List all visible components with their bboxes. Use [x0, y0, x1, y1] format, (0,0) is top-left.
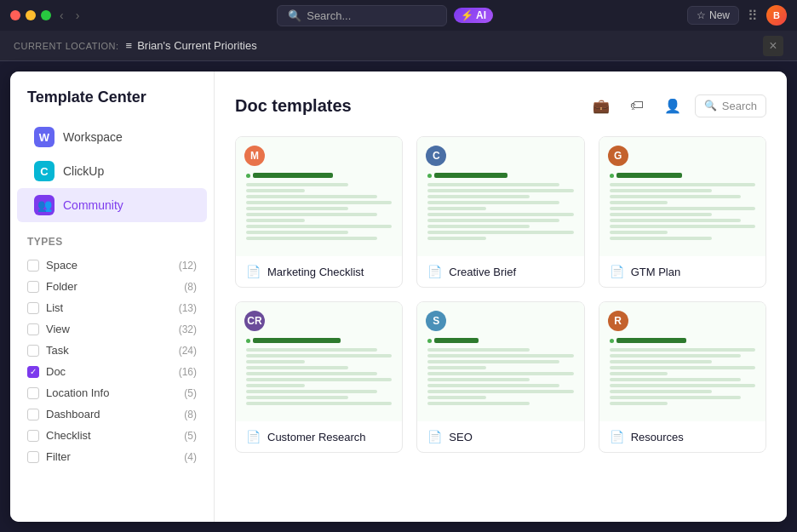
- tag-icon[interactable]: 🏷: [623, 92, 651, 119]
- minimize-window-button[interactable]: [26, 10, 36, 20]
- global-search-bar[interactable]: 🔍 Search...: [277, 5, 447, 26]
- clickup-icon: C: [34, 161, 54, 181]
- type-doc-checkbox[interactable]: ✓: [27, 366, 39, 378]
- top-bar-right: ☆ New ⠿ B: [687, 5, 787, 26]
- top-bar-center: 🔍 Search... ⚡ AI: [277, 5, 493, 26]
- type-checklist[interactable]: Checklist (5): [10, 425, 214, 446]
- workspace-icon: W: [34, 127, 54, 147]
- type-view-count: (32): [179, 323, 197, 335]
- type-task-checkbox[interactable]: [27, 345, 39, 357]
- search-icon: 🔍: [288, 9, 301, 22]
- sidebar-item-label-workspace: Workspace: [63, 130, 123, 144]
- type-dashboard-label: Dashboard: [46, 408, 100, 420]
- template-preview-resources: R: [599, 302, 765, 421]
- header-actions: 💼 🏷 👤 🔍 Search: [588, 92, 766, 119]
- doc-icon: 📄: [610, 430, 624, 443]
- template-card-gtm-plan[interactable]: G: [599, 136, 766, 288]
- template-info: 📄 Creative Brief: [417, 256, 583, 287]
- type-folder[interactable]: Folder (8): [10, 276, 214, 297]
- type-view-label: View: [46, 323, 70, 335]
- type-dashboard-count: (8): [184, 409, 197, 420]
- search-placeholder-text: Search...: [307, 9, 351, 22]
- template-avatar: G: [608, 146, 628, 166]
- type-doc-label: Doc: [46, 365, 66, 378]
- template-card-resources[interactable]: R: [599, 301, 766, 453]
- sidebar-item-workspace[interactable]: W Workspace: [17, 120, 207, 154]
- type-checklist-label: Checklist: [46, 429, 91, 442]
- type-task-count: (24): [179, 345, 197, 357]
- template-preview-customer-research: CR: [236, 302, 402, 421]
- apps-grid-icon[interactable]: ⠿: [748, 8, 758, 24]
- template-search-box[interactable]: 🔍 Search: [695, 94, 766, 117]
- main-content: Doc templates 💼 🏷 👤 🔍 Search M: [215, 72, 787, 522]
- template-name: SEO: [449, 431, 472, 443]
- search-icon-small: 🔍: [704, 100, 717, 112]
- user-avatar[interactable]: B: [766, 5, 787, 26]
- type-folder-checkbox[interactable]: [27, 281, 39, 293]
- template-card-seo[interactable]: S: [416, 301, 584, 453]
- type-view[interactable]: View (32): [10, 318, 214, 340]
- location-bar: CURRENT LOCATION: ≡ Brian's Current Prio…: [0, 31, 797, 61]
- template-info: 📄 Marketing Checklist: [236, 256, 402, 287]
- type-checklist-checkbox[interactable]: [27, 430, 39, 442]
- template-info: 📄 Customer Research: [236, 421, 402, 452]
- template-preview-marketing-checklist: M: [236, 137, 402, 256]
- checkmark-icon: ✓: [30, 367, 37, 376]
- new-button[interactable]: ☆ New: [687, 6, 739, 25]
- template-avatar: C: [426, 146, 446, 166]
- doc-icon: 📄: [246, 430, 261, 443]
- ai-badge[interactable]: ⚡ AI: [454, 8, 493, 23]
- type-list-checkbox[interactable]: [27, 302, 39, 314]
- template-card-creative-brief[interactable]: C: [416, 136, 584, 288]
- maximize-window-button[interactable]: [41, 10, 51, 20]
- sidebar-item-community[interactable]: 👥 Community: [17, 188, 207, 222]
- location-bar-close-button[interactable]: ×: [763, 36, 783, 56]
- sidebar-item-label-clickup: ClickUp: [63, 164, 104, 178]
- back-arrow-icon[interactable]: ‹: [56, 7, 67, 24]
- type-list[interactable]: List (13): [10, 297, 214, 318]
- type-filter[interactable]: Filter (4): [10, 446, 214, 467]
- type-list-label: List: [46, 301, 63, 314]
- preview-content: [246, 338, 392, 405]
- type-space[interactable]: Space (12): [10, 255, 214, 276]
- template-name: GTM Plan: [631, 266, 681, 278]
- template-name: Marketing Checklist: [267, 266, 364, 278]
- type-space-count: (12): [179, 260, 197, 272]
- type-task[interactable]: Task (24): [10, 340, 214, 361]
- person-icon[interactable]: 👤: [659, 92, 686, 119]
- type-view-checkbox[interactable]: [27, 323, 39, 335]
- type-dashboard[interactable]: Dashboard (8): [10, 403, 214, 425]
- template-card-marketing-checklist[interactable]: M: [235, 136, 403, 288]
- template-card-customer-research[interactable]: CR: [235, 301, 403, 453]
- preview-content: [246, 173, 392, 240]
- type-filter-count: (4): [184, 451, 197, 463]
- type-space-checkbox[interactable]: [27, 260, 39, 272]
- preview-content: [427, 173, 573, 240]
- type-task-label: Task: [46, 344, 69, 357]
- star-icon: ☆: [697, 9, 706, 21]
- type-filter-checkbox[interactable]: [27, 451, 39, 463]
- close-window-button[interactable]: [10, 10, 20, 20]
- doc-icon: 📄: [427, 430, 442, 443]
- sidebar-item-clickup[interactable]: C ClickUp: [17, 154, 207, 188]
- location-name: ≡ Brian's Current Priorities: [126, 39, 257, 52]
- type-location-info-label: Location Info: [46, 386, 109, 399]
- type-space-label: Space: [46, 259, 77, 272]
- doc-icon: 📄: [610, 265, 624, 278]
- doc-icon: 📄: [427, 265, 442, 278]
- sidebar-title: Template Center: [10, 89, 214, 120]
- type-folder-count: (8): [184, 281, 197, 293]
- top-bar: ‹ › 🔍 Search... ⚡ AI ☆ New ⠿ B: [0, 0, 797, 31]
- type-dashboard-checkbox[interactable]: [27, 409, 39, 420]
- forward-arrow-icon[interactable]: ›: [72, 7, 83, 24]
- template-grid: M: [235, 136, 766, 453]
- type-location-info-count: (5): [184, 387, 197, 399]
- type-location-info-checkbox[interactable]: [27, 387, 39, 399]
- sidebar-item-label-community: Community: [63, 198, 123, 212]
- type-location-info[interactable]: Location Info (5): [10, 382, 214, 403]
- content-header: Doc templates 💼 🏷 👤 🔍 Search: [235, 92, 766, 119]
- briefcase-icon[interactable]: 💼: [588, 92, 615, 119]
- preview-content: [427, 338, 573, 405]
- type-doc[interactable]: ✓ Doc (16): [10, 361, 214, 382]
- type-folder-label: Folder: [46, 280, 77, 293]
